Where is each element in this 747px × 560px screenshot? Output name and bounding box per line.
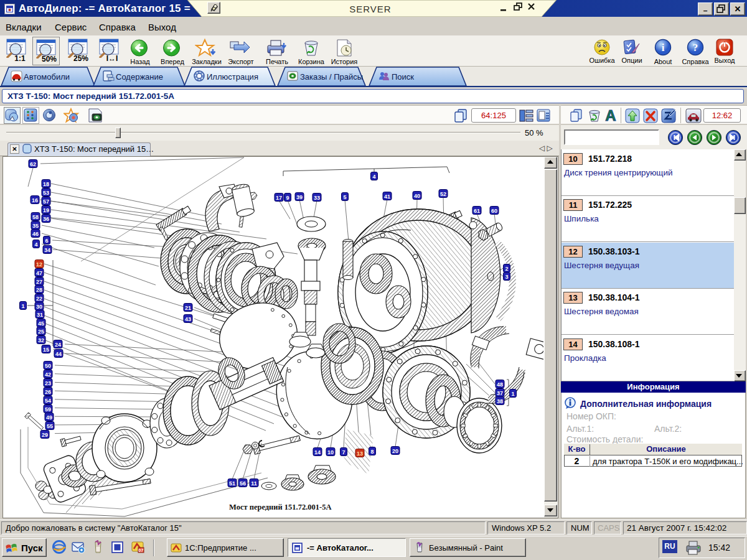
svg-text:Поиск: Поиск xyxy=(392,72,414,82)
svg-text:22: 22 xyxy=(36,296,42,302)
svg-text:10: 10 xyxy=(327,449,334,455)
svg-text:36: 36 xyxy=(43,216,49,222)
svg-text:62: 62 xyxy=(30,161,36,167)
svg-text:29: 29 xyxy=(42,432,48,438)
svg-text:19: 19 xyxy=(43,207,49,213)
svg-text:44: 44 xyxy=(55,351,62,357)
svg-text:18: 18 xyxy=(43,181,49,187)
svg-text:28: 28 xyxy=(36,287,42,293)
svg-text:57: 57 xyxy=(43,198,49,205)
svg-text:11: 11 xyxy=(251,480,257,487)
svg-text:1: 1 xyxy=(21,303,24,309)
svg-text:i: i xyxy=(662,42,665,54)
svg-text:48: 48 xyxy=(497,381,503,388)
svg-text:50: 50 xyxy=(45,363,51,369)
svg-text:46: 46 xyxy=(32,231,39,237)
svg-text:38: 38 xyxy=(497,398,503,404)
svg-text:54: 54 xyxy=(45,398,51,404)
svg-text:32: 32 xyxy=(38,337,44,343)
svg-text:47: 47 xyxy=(36,270,42,276)
svg-text:25: 25 xyxy=(38,329,44,335)
svg-text:37: 37 xyxy=(497,390,503,396)
svg-text:59: 59 xyxy=(45,406,51,413)
svg-text:27: 27 xyxy=(36,279,42,285)
svg-text:40: 40 xyxy=(414,193,420,199)
svg-text:53: 53 xyxy=(43,190,49,196)
svg-text:4: 4 xyxy=(372,174,375,180)
svg-text:23: 23 xyxy=(45,380,51,386)
svg-text:14: 14 xyxy=(314,449,321,455)
svg-text:41: 41 xyxy=(384,194,390,200)
svg-text:35: 35 xyxy=(32,223,39,229)
svg-text:45: 45 xyxy=(38,320,44,327)
svg-text:31: 31 xyxy=(37,312,43,318)
svg-text:39: 39 xyxy=(296,194,303,200)
svg-text:24: 24 xyxy=(55,342,61,348)
svg-text:A: A xyxy=(605,107,616,124)
svg-text:21: 21 xyxy=(185,305,191,311)
svg-text:61: 61 xyxy=(474,208,480,214)
svg-text:58: 58 xyxy=(32,214,39,220)
svg-text:4: 4 xyxy=(34,241,37,248)
svg-text:56: 56 xyxy=(240,480,246,487)
svg-text:20: 20 xyxy=(392,448,398,454)
svg-text:5: 5 xyxy=(343,194,346,200)
svg-text:49: 49 xyxy=(46,414,52,421)
svg-text:Автомобили: Автомобили xyxy=(24,72,70,82)
svg-text:33: 33 xyxy=(314,195,320,201)
svg-text:55: 55 xyxy=(47,423,53,429)
svg-text:52: 52 xyxy=(440,191,446,197)
svg-text:Содержание: Содержание xyxy=(116,72,163,82)
svg-text:7: 7 xyxy=(342,449,345,455)
svg-text:17: 17 xyxy=(276,195,282,201)
svg-text:60: 60 xyxy=(491,208,497,214)
svg-text:07: 07 xyxy=(139,548,144,553)
svg-text:15: 15 xyxy=(43,347,49,353)
svg-text:2: 2 xyxy=(505,266,508,272)
svg-text:Мост передний 151.72.001-5А: Мост передний 151.72.001-5А xyxy=(229,503,332,511)
svg-text:?: ? xyxy=(693,42,698,54)
svg-text:9: 9 xyxy=(286,195,289,201)
svg-text:34: 34 xyxy=(44,247,50,253)
svg-text:16: 16 xyxy=(32,197,38,203)
svg-text:Иллюстрация: Иллюстрация xyxy=(207,72,258,82)
svg-text:42: 42 xyxy=(45,371,51,378)
svg-text:43: 43 xyxy=(185,316,191,322)
svg-text:8: 8 xyxy=(370,449,374,455)
svg-text:6: 6 xyxy=(45,238,48,244)
svg-text:3: 3 xyxy=(505,274,508,280)
svg-text:Заказы / Прайсы: Заказы / Прайсы xyxy=(300,72,363,82)
svg-text:30: 30 xyxy=(36,304,42,310)
svg-text:13: 13 xyxy=(357,450,363,457)
svg-text:51: 51 xyxy=(229,480,235,487)
svg-text:12: 12 xyxy=(36,261,42,268)
svg-text:1: 1 xyxy=(511,391,514,397)
svg-text:26: 26 xyxy=(45,389,51,395)
